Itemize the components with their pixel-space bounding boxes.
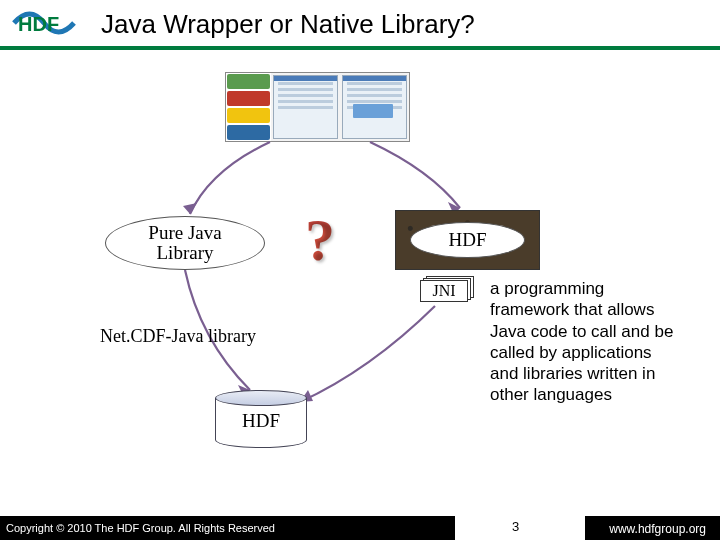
svg-text:HDF: HDF bbox=[18, 13, 59, 35]
jni-node: JNI bbox=[420, 280, 474, 306]
ui-thumbnail bbox=[225, 72, 410, 142]
netcdf-java-label: Net.CDF-Java library bbox=[100, 326, 256, 347]
svg-marker-1 bbox=[183, 203, 197, 214]
jni-annotation: a programming framework that allows Java… bbox=[490, 278, 680, 406]
copyright-text: Copyright © 2010 The HDF Group. All Righ… bbox=[0, 522, 275, 534]
page-number: 3 bbox=[512, 519, 519, 534]
hdf-logo: HDF bbox=[12, 9, 76, 41]
footer-gap bbox=[455, 516, 585, 540]
question-mark-icon: ? bbox=[305, 206, 335, 275]
hdf-node-label: HDF bbox=[448, 229, 486, 251]
hdf-cylinder: HDF bbox=[215, 390, 307, 448]
pure-java-library-node: Pure Java Library bbox=[105, 216, 265, 270]
jni-label: JNI bbox=[432, 282, 455, 300]
cylinder-label: HDF bbox=[215, 410, 307, 432]
footer-url: www.hdfgroup.org bbox=[609, 522, 706, 536]
hdf-node: HDF bbox=[410, 222, 525, 258]
page-title: Java Wrapper or Native Library? bbox=[101, 9, 475, 40]
pure-java-label: Pure Java Library bbox=[148, 223, 221, 263]
diagram-canvas: Pure Java Library ? HDF JNI Net.CDF-Java… bbox=[0, 50, 720, 510]
